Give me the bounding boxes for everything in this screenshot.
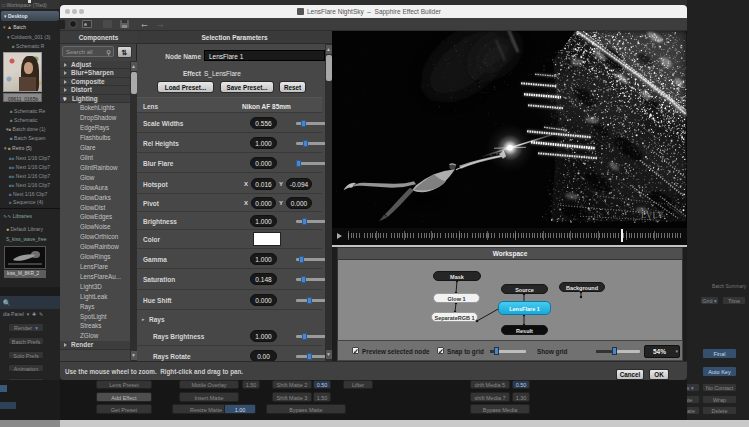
svg-text:LVLY: LVLY (641, 210, 664, 220)
